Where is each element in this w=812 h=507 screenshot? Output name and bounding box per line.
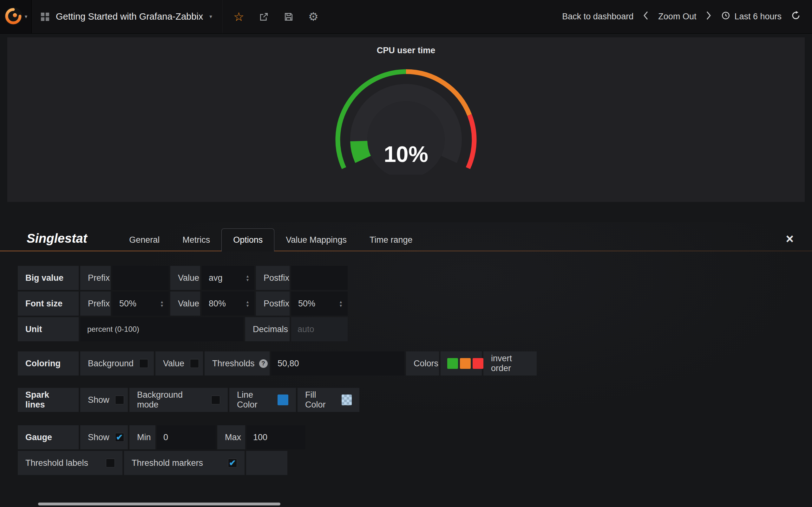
big-value-prefix-label: Prefix	[80, 266, 111, 290]
editor-panel-type-heading: Singlestat	[27, 231, 87, 251]
panel-title[interactable]: CPU user time	[7, 38, 805, 55]
stepper-arrows-icon: ▴▾	[340, 300, 342, 307]
gauge-max-input[interactable]	[247, 425, 305, 449]
refresh-icon[interactable]	[791, 11, 801, 22]
thresholds-label: Thresholds ?	[205, 351, 270, 376]
tab-value-mappings[interactable]: Value Mappings	[274, 229, 358, 251]
empty-filler-cell	[246, 451, 287, 475]
tab-options[interactable]: Options	[221, 228, 274, 251]
stepper-arrows-icon: ▴▾	[161, 300, 163, 307]
grafana-menu-button[interactable]: ▾	[0, 0, 32, 33]
big-value-value-select[interactable]: avg ▴▾	[202, 266, 254, 290]
decimals-field	[291, 317, 348, 341]
threshold-color-red-swatch[interactable]	[473, 358, 484, 369]
font-size-value-label: Value	[170, 291, 200, 316]
save-icon[interactable]	[284, 12, 294, 22]
gauge-show-toggle[interactable]: Show	[80, 425, 128, 449]
gauge-max-label: Max	[217, 425, 245, 449]
big-value-prefix-field	[112, 266, 169, 290]
coloring-value-toggle[interactable]: Value	[155, 351, 203, 376]
unit-select[interactable]: percent (0-100)	[80, 317, 244, 341]
dashboard-grid-icon	[41, 12, 49, 21]
coloring-background-checkbox[interactable]	[139, 359, 148, 368]
tab-time-range[interactable]: Time range	[358, 229, 424, 251]
tab-general[interactable]: General	[118, 229, 171, 251]
big-value-value-label: Value	[170, 266, 200, 290]
gear-icon[interactable]: ⚙	[308, 11, 318, 22]
threshold-markers-checkbox[interactable]	[228, 458, 237, 467]
clock-icon	[721, 11, 730, 22]
font-size-prefix-label: Prefix	[80, 291, 111, 316]
fill-color-swatch[interactable]	[342, 395, 352, 405]
thresholds-field	[271, 351, 404, 376]
threshold-color-swatches	[441, 351, 482, 376]
chevron-down-icon: ▾	[25, 13, 28, 20]
thresholds-input[interactable]	[271, 351, 404, 376]
spark-lines-label: Spark lines	[18, 388, 79, 412]
stepper-arrows-icon: ▴▾	[247, 274, 249, 282]
line-color-swatch[interactable]	[277, 395, 288, 405]
time-range-label: Last 6 hours	[734, 12, 781, 21]
decimals-label: Decimals	[245, 317, 290, 341]
font-size-postfix-select[interactable]: 50% ▴▾	[291, 291, 348, 316]
gauge-show-checkbox[interactable]	[115, 433, 124, 442]
share-icon[interactable]	[259, 12, 269, 22]
big-value-postfix-input[interactable]	[291, 266, 348, 290]
threshold-color-green-swatch[interactable]	[447, 358, 458, 369]
gauge-label: Gauge	[18, 425, 79, 449]
line-color-cell: Line Color	[229, 388, 296, 412]
chevron-left-icon[interactable]	[643, 10, 649, 23]
big-value-prefix-input[interactable]	[112, 266, 169, 290]
tab-metrics[interactable]: Metrics	[171, 229, 221, 251]
coloring-label: Coloring	[18, 351, 79, 376]
threshold-color-orange-swatch[interactable]	[460, 358, 471, 369]
gauge-value-fill	[359, 141, 363, 159]
back-to-dashboard-button[interactable]: Back to dashboard	[562, 12, 633, 21]
time-range-picker[interactable]: Last 6 hours	[721, 11, 781, 22]
chevron-down-icon: ▾	[209, 13, 212, 20]
star-icon[interactable]: ☆	[234, 11, 244, 23]
font-size-value-select[interactable]: 80% ▴▾	[202, 291, 254, 316]
horizontal-scrollbar-thumb[interactable]	[38, 503, 281, 505]
big-value-postfix-field	[291, 266, 348, 290]
help-icon[interactable]: ?	[259, 359, 268, 368]
top-navbar: ▾ Getting Started with Grafana-Zabbix ▾ …	[0, 0, 812, 34]
zoom-out-button[interactable]: Zoom Out	[658, 12, 696, 21]
grafana-logo-icon	[4, 7, 22, 26]
spark-lines-show-toggle[interactable]: Show	[80, 388, 128, 412]
threshold-labels-checkbox[interactable]	[106, 458, 115, 467]
font-size-postfix-label: Postfix	[256, 291, 290, 316]
gauge-visualization: 10%	[7, 67, 805, 175]
close-editor-icon[interactable]: ×	[786, 232, 798, 251]
dashboard-title-dropdown[interactable]: Getting Started with Grafana-Zabbix ▾	[32, 0, 223, 33]
gauge-min-label: Min	[130, 425, 155, 449]
unit-label: Unit	[18, 317, 79, 341]
chevron-right-icon[interactable]	[706, 10, 711, 23]
colors-label: Colors	[406, 351, 439, 376]
big-value-postfix-label: Postfix	[256, 266, 290, 290]
gauge-threshold-arc-red	[468, 115, 474, 168]
font-size-prefix-select[interactable]: 50% ▴▾	[112, 291, 169, 316]
threshold-markers-toggle[interactable]: Threshold markers	[124, 451, 245, 475]
decimals-input[interactable]	[291, 317, 348, 341]
gauge-min-input[interactable]	[157, 425, 216, 449]
gauge-max-field	[247, 425, 305, 449]
invert-order-button[interactable]: invert order	[484, 351, 537, 376]
font-size-label: Font size	[18, 291, 79, 316]
coloring-value-checkbox[interactable]	[190, 359, 199, 368]
spark-lines-background-mode-toggle[interactable]: Background mode	[130, 388, 228, 412]
gauge-value-text: 10%	[384, 142, 428, 167]
gauge-min-field	[157, 425, 216, 449]
fill-color-cell: Fill Color	[298, 388, 359, 412]
stepper-arrows-icon: ▴▾	[247, 300, 249, 307]
panel-editor: Singlestat General Metrics Options Value…	[0, 222, 812, 495]
coloring-background-toggle[interactable]: Background	[80, 351, 154, 376]
threshold-labels-toggle[interactable]: Threshold labels	[18, 451, 122, 475]
editor-tabs: General Metrics Options Value Mappings T…	[118, 228, 424, 251]
spark-lines-show-checkbox[interactable]	[115, 395, 124, 404]
dashboard-title: Getting Started with Grafana-Zabbix	[56, 11, 203, 22]
big-value-label: Big value	[18, 266, 79, 290]
spark-lines-background-mode-checkbox[interactable]	[211, 395, 220, 404]
singlestat-panel: CPU user time 10%	[7, 38, 805, 202]
